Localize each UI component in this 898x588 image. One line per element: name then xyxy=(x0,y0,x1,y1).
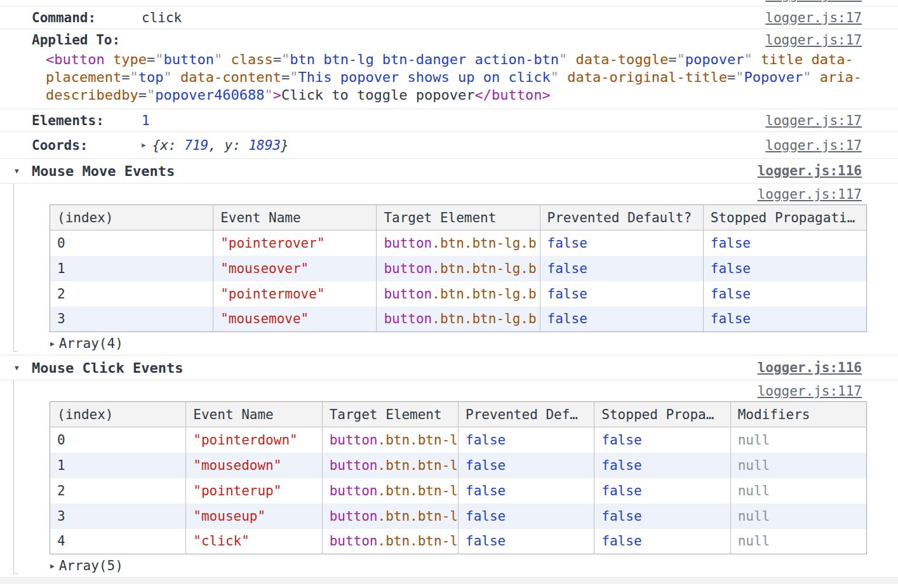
table-cell: button.btn.btn-l xyxy=(322,427,458,453)
column-header[interactable]: Prevented Def… xyxy=(458,402,594,427)
mouse-move-events-table: (index)Event NameTarget ElementPrevented… xyxy=(50,204,867,332)
applied-to-label: Applied To: xyxy=(32,32,142,48)
column-header[interactable]: Prevented Default? xyxy=(540,205,703,231)
source-link[interactable]: logger.js:17 xyxy=(765,32,862,48)
table-cell: null xyxy=(730,478,866,504)
table-cell: false xyxy=(703,256,866,281)
source-link[interactable]: logger.js:17 xyxy=(765,113,862,128)
table-cell: 2 xyxy=(50,281,213,307)
table-cell: null xyxy=(730,529,866,554)
clipped-message-row: logger.js:17 xyxy=(0,0,898,6)
table-cell: 0 xyxy=(50,427,186,453)
table-row: 3"mousemove"button.btn.btn-lg.bfalsefals… xyxy=(50,307,867,332)
group-title: Mouse Click Events xyxy=(32,360,183,376)
table-cell: false xyxy=(458,427,594,453)
column-header[interactable]: Modifiers xyxy=(730,402,866,427)
expand-triangle-icon[interactable]: ▶ xyxy=(50,562,55,570)
command-value: click xyxy=(142,10,182,25)
group-title: Mouse Move Events xyxy=(32,163,175,179)
table-row: 2"pointerup"button.btn.btn-lfalsefalsenu… xyxy=(50,478,867,504)
table-cell: false xyxy=(540,256,703,281)
table-cell: "pointermove" xyxy=(213,281,377,307)
table-cell: "mousedown" xyxy=(186,453,322,478)
table-cell: 2 xyxy=(50,478,186,504)
table-cell: null xyxy=(730,453,866,478)
array-summary[interactable]: ▶ Array(4) xyxy=(0,332,898,355)
devtools-console: logger.js:17 Command: click logger.js:17… xyxy=(0,0,898,584)
column-header[interactable]: Target Element xyxy=(377,205,540,231)
collapse-triangle-icon[interactable]: ▼ xyxy=(15,364,32,372)
table-cell: false xyxy=(540,307,703,332)
table-cell: "mouseup" xyxy=(186,504,322,529)
table-cell: button.btn.btn-lg.b xyxy=(377,307,540,332)
table-cell: false xyxy=(540,231,703,256)
table-cell: 0 xyxy=(50,231,213,256)
expand-triangle-icon[interactable]: ▶ xyxy=(142,141,146,149)
console-message-elements: Elements: 1 logger.js:17 xyxy=(0,109,898,132)
table-cell: false xyxy=(458,453,594,478)
table-cell: false xyxy=(703,281,866,307)
table-cell: false xyxy=(594,478,730,504)
table-row: 0"pointerdown"button.btn.btn-lfalsefalse… xyxy=(50,427,867,453)
table-cell: false xyxy=(594,504,730,529)
table-cell: "pointerdown" xyxy=(186,427,322,453)
table-cell: "mouseover" xyxy=(213,256,377,281)
mouse-click-events-table: (index)Event NameTarget ElementPrevented… xyxy=(50,401,867,554)
column-header[interactable]: Event Name xyxy=(186,402,322,427)
table-cell: button.btn.btn-lg.b xyxy=(377,281,540,307)
code-line: placement="top" data-content="This popov… xyxy=(46,69,898,86)
group-header-mouse-move-events[interactable]: ▼ Mouse Move Events logger.js:116 xyxy=(0,159,898,184)
table-row: 4"click"button.btn.btn-lfalsefalsenull xyxy=(50,529,867,554)
source-link[interactable]: logger.js:17 xyxy=(765,0,862,3)
elements-value: 1 xyxy=(142,113,150,128)
table-cell: button.btn.btn-l xyxy=(322,478,458,504)
column-header[interactable]: Event Name xyxy=(213,205,377,231)
table-cell: button.btn.btn-lg.b xyxy=(377,256,540,281)
source-link[interactable]: logger.js:116 xyxy=(758,360,862,375)
table-cell: "pointerover" xyxy=(213,231,377,256)
table-cell: "pointerup" xyxy=(186,478,322,504)
column-header[interactable]: Target Element xyxy=(322,402,458,427)
source-link[interactable]: logger.js:117 xyxy=(758,384,862,399)
table-cell: false xyxy=(458,478,594,504)
collapse-triangle-icon[interactable]: ▼ xyxy=(15,167,32,175)
group-body-mouse-click-events: logger.js:117 (index)Event NameTarget El… xyxy=(0,380,898,578)
group-header-mouse-click-events[interactable]: ▼ Mouse Click Events logger.js:116 xyxy=(0,356,898,380)
console-message-coords: Coords: ▶ {x: 719, y: 1893} logger.js:17 xyxy=(0,132,898,159)
command-label: Command: xyxy=(32,10,142,25)
table-row: 1"mousedown"button.btn.btn-lfalsefalsenu… xyxy=(50,453,867,478)
table-cell: 3 xyxy=(50,504,186,529)
table-cell: false xyxy=(458,504,594,529)
table-cell: false xyxy=(594,453,730,478)
column-header[interactable]: Stopped Propa… xyxy=(594,402,730,427)
column-header[interactable]: Stopped Propagati… xyxy=(703,205,866,231)
coords-label: Coords: xyxy=(32,138,142,153)
table-cell: 1 xyxy=(50,453,186,478)
table-row: 2"pointermove"button.btn.btn-lg.bfalsefa… xyxy=(50,281,867,307)
source-link[interactable]: logger.js:17 xyxy=(765,138,862,153)
column-header[interactable]: (index) xyxy=(50,402,186,427)
table-cell: false xyxy=(703,231,866,256)
source-link[interactable]: logger.js:17 xyxy=(765,10,862,25)
source-link[interactable]: logger.js:117 xyxy=(758,187,862,202)
expand-triangle-icon[interactable]: ▶ xyxy=(50,340,55,348)
table-cell: null xyxy=(730,427,866,453)
array-summary[interactable]: ▶ Array(5) xyxy=(0,554,898,577)
table-cell: button.btn.btn-l xyxy=(322,504,458,529)
code-line: describedby="popover460688">Click to tog… xyxy=(46,86,898,104)
array-label: Array(4) xyxy=(59,336,123,351)
table-cell: false xyxy=(703,307,866,332)
coords-object-preview: {x: 719, y: 1893} xyxy=(152,138,289,153)
source-link[interactable]: logger.js:116 xyxy=(758,163,862,178)
table-cell: false xyxy=(540,281,703,307)
table-row: 1"mouseover"button.btn.btn-lg.bfalsefals… xyxy=(50,256,867,281)
array-label: Array(5) xyxy=(59,558,123,573)
console-message-applied-to: Applied To: logger.js:17 <button type="b… xyxy=(0,29,898,109)
table-row: 0"pointerover"button.btn.btn-lg.bfalsefa… xyxy=(50,231,867,256)
group-body-mouse-move-events: logger.js:117 (index)Event NameTarget El… xyxy=(0,184,898,356)
table-cell: "mousemove" xyxy=(213,307,377,332)
table-cell: "click" xyxy=(186,529,322,554)
table-cell: button.btn.btn-l xyxy=(322,453,458,478)
table-row: 3"mouseup"button.btn.btn-lfalsefalsenull xyxy=(50,504,867,529)
column-header[interactable]: (index) xyxy=(50,205,213,231)
